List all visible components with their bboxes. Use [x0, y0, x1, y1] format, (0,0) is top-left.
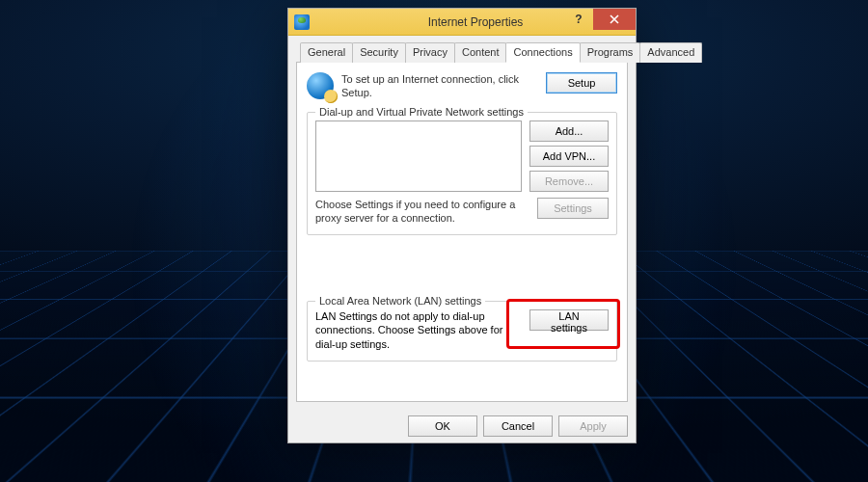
- lan-legend: Local Area Network (LAN) settings: [315, 295, 485, 307]
- close-icon: [610, 14, 619, 24]
- add-vpn-button[interactable]: Add VPN...: [529, 146, 609, 167]
- tab-content[interactable]: Content: [454, 42, 507, 63]
- tab-security[interactable]: Security: [352, 42, 406, 63]
- tab-general[interactable]: General: [300, 42, 353, 63]
- dialog-footer: OK Cancel Apply: [288, 415, 636, 437]
- connections-panel: To set up an Internet connection, click …: [296, 63, 628, 402]
- remove-button[interactable]: Remove...: [529, 171, 609, 192]
- close-button[interactable]: [593, 9, 636, 30]
- ok-button[interactable]: OK: [408, 415, 477, 437]
- tab-advanced[interactable]: Advanced: [639, 42, 702, 63]
- tab-privacy[interactable]: Privacy: [405, 42, 455, 63]
- connections-listbox[interactable]: [315, 120, 522, 192]
- tab-strip: General Security Privacy Content Connect…: [296, 41, 628, 63]
- globe-icon: [307, 72, 334, 99]
- dialup-hint: Choose Settings if you need to configure…: [315, 198, 518, 226]
- dialup-legend: Dial-up and Virtual Private Network sett…: [315, 106, 528, 118]
- dialup-settings-button[interactable]: Settings: [537, 198, 609, 219]
- add-button[interactable]: Add...: [529, 120, 609, 142]
- setup-description: To set up an Internet connection, click …: [341, 72, 538, 100]
- apply-button[interactable]: Apply: [558, 415, 628, 437]
- tab-connections[interactable]: Connections: [505, 42, 580, 63]
- help-button[interactable]: ?: [564, 9, 593, 30]
- lan-settings-button[interactable]: LAN settings: [529, 309, 609, 331]
- titlebar[interactable]: Internet Properties ?: [288, 9, 636, 36]
- internet-options-icon: [294, 14, 310, 30]
- tab-programs[interactable]: Programs: [580, 42, 641, 63]
- lan-group: Local Area Network (LAN) settings LAN Se…: [307, 301, 617, 362]
- lan-description: LAN Settings do not apply to dial-up con…: [315, 309, 522, 351]
- dialup-group: Dial-up and Virtual Private Network sett…: [307, 112, 617, 236]
- setup-button[interactable]: Setup: [546, 72, 617, 94]
- internet-properties-dialog: Internet Properties ? General Security P…: [287, 8, 637, 443]
- cancel-button[interactable]: Cancel: [483, 415, 553, 437]
